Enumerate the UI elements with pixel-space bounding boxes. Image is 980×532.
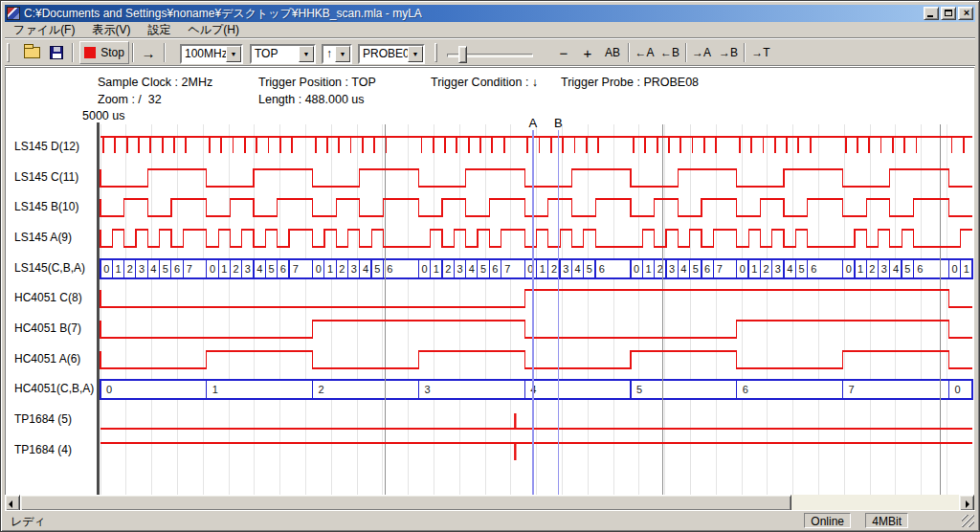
svg-text:5: 5	[374, 263, 380, 275]
open-folder-icon	[24, 47, 40, 58]
run-button[interactable]: →	[136, 41, 161, 64]
svg-text:5: 5	[480, 263, 486, 275]
sample-clock-value: 100MHz	[182, 46, 226, 62]
svg-text:6: 6	[917, 263, 923, 275]
label-plot-divider	[97, 122, 100, 495]
zoom-slider[interactable]	[447, 45, 546, 64]
svg-text:3: 3	[457, 263, 462, 275]
svg-text:6: 6	[280, 263, 286, 275]
menu-view[interactable]: 表示(V)	[83, 21, 139, 39]
cursor-b-label: B	[554, 116, 563, 130]
scroll-left-button[interactable]	[5, 495, 20, 511]
svg-text:3: 3	[351, 263, 357, 275]
trigger-probe-select[interactable]: PROBE00 ▼	[358, 44, 425, 64]
maximize-button[interactable]	[941, 7, 956, 20]
trigger-edge-value: ↑	[323, 46, 335, 62]
svg-text:3: 3	[775, 263, 781, 275]
svg-text:4: 4	[680, 263, 686, 275]
toolbar-separator	[744, 43, 746, 62]
toolbar-grip[interactable]	[434, 43, 437, 62]
zoom-in-button[interactable]: +	[576, 41, 599, 64]
maximize-icon	[945, 10, 952, 16]
cursor-a-label: A	[528, 116, 537, 130]
menu-file[interactable]: ファイル(F)	[5, 21, 83, 39]
svg-text:2: 2	[339, 263, 345, 275]
trace-ls145-a-9-	[100, 230, 972, 247]
goto-cursor-b-button[interactable]: ←B	[657, 41, 683, 64]
svg-text:2: 2	[764, 263, 769, 275]
svg-text:1: 1	[645, 263, 651, 275]
svg-text:4: 4	[575, 263, 581, 275]
toolbar-grip[interactable]	[7, 43, 10, 62]
toolbar: Stop → 100MHz ▼ TOP ▼ ↑ ▼ PROBE00 ▼ − + …	[5, 40, 975, 66]
trace-tp1684-5--pulse	[514, 413, 516, 429]
menu-help[interactable]: ヘルプ(H)	[179, 21, 248, 39]
svg-text:5: 5	[636, 384, 642, 395]
toolbar-separator	[72, 43, 74, 62]
zoom-ab-button[interactable]: AB	[599, 41, 626, 64]
stop-button[interactable]: Stop	[79, 41, 129, 64]
svg-text:0: 0	[846, 263, 852, 275]
svg-text:4: 4	[150, 263, 156, 275]
svg-text:3: 3	[424, 384, 430, 395]
dropdown-arrow-icon[interactable]: ▼	[299, 46, 314, 62]
svg-text:5: 5	[587, 263, 592, 275]
trigger-position-select[interactable]: TOP ▼	[250, 44, 316, 64]
svg-text:0: 0	[951, 263, 957, 275]
svg-text:4: 4	[893, 263, 899, 275]
svg-text:7: 7	[717, 263, 723, 275]
toolbar-separator	[132, 43, 134, 62]
svg-text:1: 1	[858, 263, 863, 275]
svg-text:6: 6	[599, 263, 605, 275]
trace-tp1684-4--pulse	[514, 443, 516, 460]
title-bar[interactable]: C:¥Documents and Settings¥noname¥デスクトップ¥…	[5, 5, 975, 22]
menu-bar: ファイル(F) 表示(V) 設定 ヘルプ(H)	[5, 22, 975, 38]
save-floppy-icon	[50, 46, 63, 59]
scrollbar-thumb[interactable]	[20, 495, 791, 511]
open-file-button[interactable]	[20, 41, 43, 64]
sample-clock-select[interactable]: 100MHz ▼	[180, 44, 243, 64]
close-icon: ×	[959, 7, 974, 18]
svg-text:4: 4	[469, 263, 475, 275]
stop-label: Stop	[100, 46, 124, 59]
trigger-edge-select[interactable]: ↑ ▼	[322, 44, 352, 64]
svg-text:2: 2	[551, 263, 557, 275]
set-cursor-b-button[interactable]: →B	[715, 41, 742, 64]
svg-text:6: 6	[743, 384, 748, 395]
svg-text:1: 1	[327, 263, 333, 275]
save-file-button[interactable]	[45, 41, 68, 64]
menu-settings[interactable]: 設定	[139, 21, 179, 39]
svg-text:1: 1	[540, 263, 546, 275]
window-title: C:¥Documents and Settings¥noname¥デスクトップ¥…	[24, 6, 924, 22]
svg-text:4: 4	[256, 263, 262, 275]
zoom-slider-thumb[interactable]	[458, 46, 467, 63]
set-cursor-a-button[interactable]: →A	[688, 41, 715, 64]
svg-text:0: 0	[954, 384, 960, 395]
resize-grip[interactable]	[962, 515, 974, 527]
svg-text:2: 2	[234, 263, 239, 275]
horizontal-scrollbar[interactable]	[5, 495, 974, 511]
svg-text:6: 6	[174, 263, 180, 275]
scroll-right-icon	[966, 500, 969, 508]
waveform-plot[interactable]: 0123456701234567012345601234567012345601…	[6, 68, 975, 496]
svg-text:0: 0	[634, 263, 639, 275]
svg-text:6: 6	[387, 263, 392, 275]
svg-text:1: 1	[212, 384, 218, 395]
app-icon[interactable]	[7, 7, 20, 20]
svg-text:2: 2	[869, 263, 875, 275]
timing-grid-minor	[100, 124, 947, 495]
svg-text:0: 0	[106, 384, 112, 395]
minimize-button[interactable]	[924, 7, 939, 20]
goto-trigger-button[interactable]: →T	[747, 41, 774, 64]
goto-cursor-a-button[interactable]: ←A	[632, 41, 657, 64]
timing-grid-major	[385, 124, 940, 495]
dropdown-arrow-icon[interactable]: ▼	[335, 46, 350, 62]
dropdown-arrow-icon[interactable]: ▼	[408, 46, 423, 62]
close-button[interactable]: ×	[958, 7, 973, 20]
svg-text:3: 3	[881, 263, 887, 275]
scroll-right-button[interactable]	[959, 495, 974, 511]
svg-text:3: 3	[139, 263, 145, 275]
dropdown-arrow-icon[interactable]: ▼	[226, 46, 241, 62]
zoom-out-button[interactable]: −	[552, 41, 575, 64]
toolbar-separator	[164, 43, 166, 62]
